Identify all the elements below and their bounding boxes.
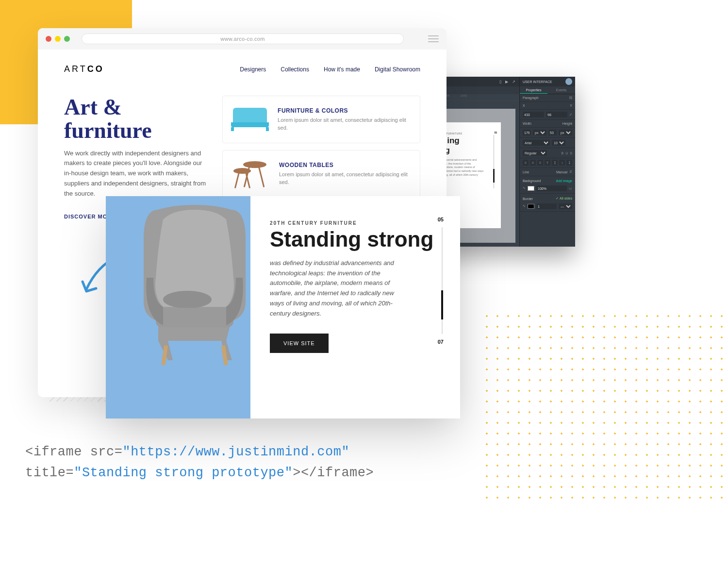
valign-bot-icon[interactable]: ↧	[566, 160, 572, 166]
height-input[interactable]	[548, 130, 557, 135]
article-image	[106, 196, 250, 418]
font-size-select[interactable]: 10	[552, 140, 565, 146]
accent-dot-pattern	[481, 311, 728, 504]
width-input[interactable]	[523, 130, 531, 135]
article-kicker: 20TH CENTURY FURNITURE	[270, 220, 441, 226]
x-input[interactable]	[523, 112, 544, 117]
nav-link[interactable]: Collections	[281, 66, 309, 73]
slider-bottom-num: 07	[438, 339, 444, 345]
view-site-button[interactable]: VIEW SITE	[270, 334, 329, 353]
bg-opacity[interactable]	[536, 185, 567, 191]
valign-top-icon[interactable]: ↥	[552, 160, 558, 166]
border-label: Border	[523, 197, 533, 201]
feature-card[interactable]: FURNITURE & COLORS Lorem ipsum dolor sit…	[222, 96, 420, 143]
user-label[interactable]: USER INTERFACE	[523, 80, 552, 84]
bg-label: Background	[523, 179, 541, 183]
url-bar[interactable]: www.arco-co.com	[82, 33, 404, 44]
armchair-icon	[129, 205, 260, 370]
intro-text: We work directly with independent design…	[64, 149, 210, 199]
w-unit[interactable]: px	[533, 130, 546, 135]
link-icon[interactable]: ⛓	[569, 96, 572, 100]
strike-icon[interactable]: S	[570, 151, 572, 155]
feature-card[interactable]: WOODEN TABLES Lorem ipsum dolor sit amet…	[222, 150, 420, 198]
spacing-icon[interactable]: ⇵	[569, 170, 572, 174]
slider-top-num: 05	[438, 217, 444, 222]
valign-mid-icon[interactable]: ↕	[559, 160, 565, 166]
inspector-panel: USER INTERFACE Properties Events Paragra…	[519, 77, 575, 247]
text-icon[interactable]: T	[545, 160, 550, 166]
preview-controls: ▯ ▶ ↗	[499, 80, 515, 84]
iframe-code-snippet: <iframe src="https://www.justinmind.com"…	[25, 442, 374, 484]
article-body: was defined by industrial advancements a…	[270, 258, 396, 319]
main-menu: Designers Collections How it's made Digi…	[240, 66, 420, 73]
site-logo[interactable]: ARTCO	[64, 64, 104, 74]
article-title: Standing strong	[270, 229, 441, 251]
sofa-icon	[230, 103, 270, 136]
border-width[interactable]	[536, 203, 557, 209]
weight-select[interactable]: Regular	[523, 150, 547, 156]
maximize-icon[interactable]	[64, 36, 70, 42]
close-icon[interactable]	[46, 36, 51, 42]
font-select[interactable]: Arial	[523, 140, 550, 146]
play-icon[interactable]: ▶	[505, 80, 508, 84]
align-center-icon[interactable]: ≡	[530, 160, 536, 166]
svg-rect-1	[156, 308, 233, 327]
eyedropper-icon[interactable]: ✎	[523, 204, 526, 208]
article-card: 20TH CENTURY FURNITURE Standing strong w…	[106, 196, 460, 418]
h-unit[interactable]: px	[559, 130, 572, 135]
avatar[interactable]	[565, 78, 572, 85]
border-swatch[interactable]	[528, 204, 534, 209]
card-text: Lorem ipsum dolor sit amet, consectetur …	[279, 170, 413, 186]
align-right-icon[interactable]: ≡	[537, 160, 543, 166]
table-icon	[230, 157, 271, 190]
minimize-icon[interactable]	[55, 36, 61, 42]
slider-fill	[441, 290, 443, 319]
align-row: ≡≡ ≡T ↥↕ ↧	[520, 158, 575, 168]
top-nav: ARTCO Designers Collections How it's mad…	[64, 64, 420, 74]
tab-events[interactable]: Events	[547, 86, 575, 94]
share-icon[interactable]: ↗	[512, 80, 515, 84]
menu-icon[interactable]	[428, 35, 439, 42]
traffic-lights	[46, 36, 70, 42]
headline: Art & furniture	[64, 96, 210, 143]
panel-tabs: Properties Events	[520, 86, 575, 94]
card-title: FURNITURE & COLORS	[278, 107, 413, 114]
y-input[interactable]	[546, 112, 567, 117]
nav-link[interactable]: How it's made	[324, 66, 360, 73]
nav-link[interactable]: Digital Showroom	[375, 66, 420, 73]
border-style[interactable]: —	[559, 203, 572, 209]
mini-slider	[494, 135, 494, 188]
manual-label[interactable]: Manual	[556, 170, 567, 174]
device-icon[interactable]: ▯	[499, 80, 501, 84]
eyedropper-icon[interactable]: ✎	[523, 186, 526, 190]
lock-icon[interactable]: ⤢	[569, 113, 572, 117]
underline-icon[interactable]: U	[565, 151, 568, 155]
all-sides[interactable]: ✓ All sides	[556, 197, 572, 201]
browser-chrome: www.arco-co.com	[38, 28, 447, 50]
add-image-link[interactable]: Add image	[556, 179, 572, 183]
element-type: Paragraph	[523, 96, 539, 100]
card-text: Lorem ipsum dolor sit amet, consectetur …	[278, 116, 413, 132]
mini-slider-top: 05	[494, 131, 497, 134]
align-left-icon[interactable]: ≡	[523, 160, 529, 166]
tab-properties[interactable]: Properties	[520, 86, 547, 94]
progress-slider[interactable]: 05 07	[442, 227, 443, 334]
card-title: WOODEN TABLES	[279, 162, 413, 168]
svg-point-0	[163, 291, 212, 308]
bg-swatch[interactable]	[528, 186, 534, 191]
bold-icon[interactable]: B	[562, 151, 564, 155]
bg-preview-icon[interactable]: ▭	[569, 186, 572, 190]
nav-link[interactable]: Designers	[240, 66, 266, 73]
